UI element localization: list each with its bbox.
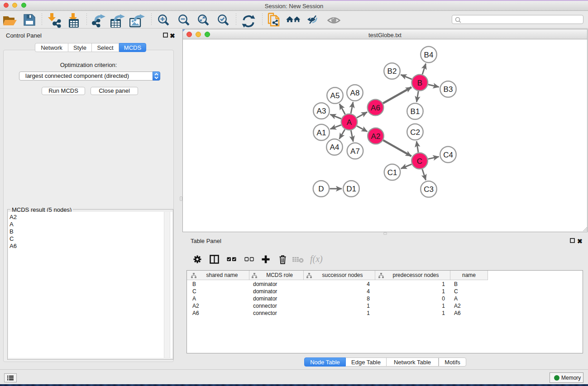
svg-text:A3: A3 (317, 107, 326, 115)
svg-text:f(x): f(x) (310, 254, 323, 264)
svg-text:B4: B4 (424, 51, 434, 59)
svg-text:D1: D1 (346, 185, 356, 193)
svg-text:B2: B2 (387, 67, 397, 76)
svg-text:C2: C2 (410, 128, 420, 137)
svg-text:B1: B1 (411, 107, 420, 116)
svg-text:A4: A4 (330, 143, 339, 152)
svg-text:A8: A8 (350, 89, 360, 97)
svg-text:A2: A2 (371, 132, 381, 141)
svg-text:B3: B3 (444, 85, 453, 94)
svg-text:B: B (417, 79, 422, 87)
svg-text:C3: C3 (424, 185, 434, 194)
svg-text:C4: C4 (443, 151, 453, 159)
svg-text:A: A (347, 118, 352, 127)
svg-text:D: D (318, 185, 324, 193)
svg-text:C1: C1 (387, 168, 397, 177)
svg-text:A6: A6 (371, 104, 380, 112)
svg-text:A7: A7 (350, 147, 360, 156)
svg-text:A1: A1 (317, 129, 326, 137)
svg-text:A5: A5 (330, 91, 340, 100)
svg-text:C: C (417, 157, 422, 166)
